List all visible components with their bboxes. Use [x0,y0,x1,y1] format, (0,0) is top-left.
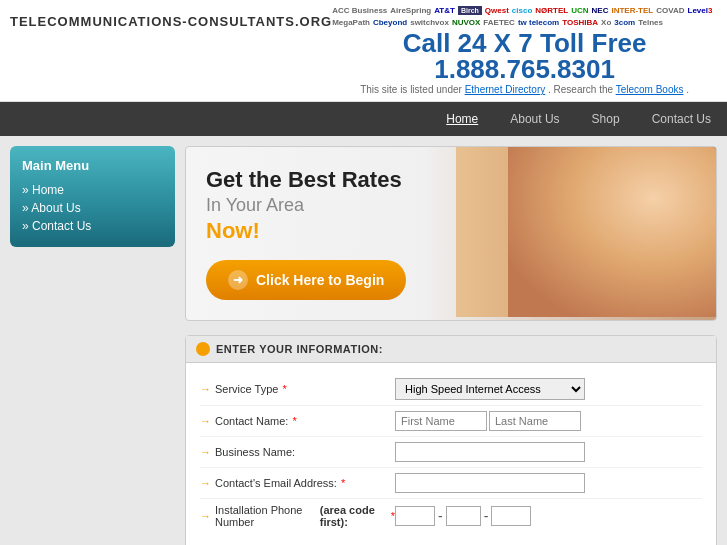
brand-att: AT&T [434,6,455,15]
banner-text: Get the Best Rates In Your Area Now! ➜ C… [186,147,456,320]
service-type-input: High Speed Internet Access Local Phone S… [395,378,702,400]
email-field[interactable] [395,473,585,493]
brand-toshiba: TOSHIBA [562,18,598,27]
toll-free: Call 24 X 7 Toll Free 1.888.765.8301 [332,30,717,82]
business-name-label-text: Business Name: [215,446,295,458]
service-type-select[interactable]: High Speed Internet Access Local Phone S… [395,378,585,400]
brand-faetec: FAETEC [483,18,515,27]
sidebar: Main Menu Home About Us Contact Us [10,146,175,545]
header: TELECOMMUNICATIONS-CONSULTANTS.ORG ACC B… [0,0,727,102]
business-name-label: → Business Name: [200,446,395,458]
name-fields [395,411,702,431]
main: Get the Best Rates In Your Area Now! ➜ C… [185,146,717,545]
contact-name-label-text: Contact Name: [215,415,288,427]
form-header: ENTER YOUR INFORMATION: [186,336,716,363]
sidebar-title: Main Menu [22,158,163,173]
brand-cisco: cisco [512,6,532,15]
phone-row: → Installation Phone Number (area code f… [200,499,702,533]
nav-home[interactable]: Home [430,108,494,130]
brand-cbeyond: Cbeyond [373,18,407,27]
site-links: This site is listed under Ethernet Direc… [332,84,717,95]
brand-acc: ACC Business [332,6,387,15]
phone-label: → Installation Phone Number (area code f… [200,504,395,528]
banner: Get the Best Rates In Your Area Now! ➜ C… [185,146,717,321]
arrow-icon-phone: → [200,510,211,522]
phone-note: (area code first): [320,504,387,528]
contact-name-row: → Contact Name: * [200,406,702,437]
cta-button[interactable]: ➜ Click Here to Begin [206,260,406,300]
email-row: → Contact's Email Address: * [200,468,702,499]
sidebar-link-home[interactable]: Home [22,181,163,199]
business-name-field[interactable] [395,442,585,462]
arrow-icon-contact: → [200,415,211,427]
header-top: TELECOMMUNICATIONS-CONSULTANTS.ORG ACC B… [10,6,717,95]
phone-fields: - - [395,506,702,526]
brand-3com: 3com [614,18,635,27]
phone-label-text: Installation Phone Number [215,504,316,528]
nav-about[interactable]: About Us [494,108,575,130]
service-type-required: * [282,383,286,395]
period: . [686,84,689,95]
sidebar-link-about[interactable]: About Us [22,199,163,217]
last-name-input[interactable] [489,411,581,431]
brand-megapath: MegaPath [332,18,370,27]
banner-subheading: In Your Area [206,195,436,216]
form-body: → Service Type * High Speed Internet Acc… [186,363,716,543]
phone-inputs: - - [395,506,702,526]
arrow-icon-business: → [200,446,211,458]
contact-name-label: → Contact Name: * [200,415,395,427]
brand-logos: ACC Business AireSpring AT&T Birch Qwest… [332,6,717,27]
business-name-row: → Business Name: [200,437,702,468]
banner-image [456,147,716,317]
brand-covad: COVAD [656,6,684,15]
email-required: * [341,477,345,489]
nav-contact[interactable]: Contact Us [636,108,727,130]
first-name-input[interactable] [395,411,487,431]
sidebar-box: Main Menu Home About Us Contact Us [10,146,175,247]
navbar: Home About Us Shop Contact Us [0,102,727,136]
sidebar-link-contact[interactable]: Contact Us [22,217,163,235]
ethernet-directory-link[interactable]: Ethernet Directory [465,84,546,95]
content: Main Menu Home About Us Contact Us Get t… [0,136,727,545]
phone-exchange-input[interactable] [446,506,481,526]
service-type-row: → Service Type * High Speed Internet Acc… [200,373,702,406]
banner-heading: Get the Best Rates [206,167,436,193]
contact-name-inputs [395,411,702,431]
cta-arrow-icon: ➜ [228,270,248,290]
brand-switchvox: switchvox [410,18,449,27]
brand-level3: Level3 [688,6,713,15]
email-label-text: Contact's Email Address: [215,477,337,489]
site-listed-text: This site is listed under [360,84,462,95]
email-input [395,473,702,493]
telecom-books-link[interactable]: Telecom Books [616,84,684,95]
nav-shop[interactable]: Shop [576,108,636,130]
brand-telnes: Telnes [638,18,663,27]
brand-xo: Xo [601,18,611,27]
logo-area: ACC Business AireSpring AT&T Birch Qwest… [332,6,717,95]
form-section: ENTER YOUR INFORMATION: → Service Type *… [185,335,717,545]
brand-qwest: Qwest [485,6,509,15]
banner-highlight: Now! [206,218,436,244]
arrow-icon-service: → [200,383,211,395]
form-header-icon [196,342,210,356]
brand-nortel: NØRTEL [535,6,568,15]
service-type-label: → Service Type * [200,383,395,395]
phone-sep2: - [484,508,489,524]
email-label: → Contact's Email Address: * [200,477,395,489]
form-header-text: ENTER YOUR INFORMATION: [216,343,383,355]
brand-ucn: UCN [571,6,588,15]
phone-number-input[interactable] [491,506,531,526]
research-text: . Research the [548,84,613,95]
brand-intertel: INTER-TEL [611,6,653,15]
arrow-icon-email: → [200,477,211,489]
brand-nec: NEC [592,6,609,15]
cta-label: Click Here to Begin [256,272,384,288]
service-type-label-text: Service Type [215,383,278,395]
contact-name-required: * [292,415,296,427]
phone-area-input[interactable] [395,506,435,526]
business-name-input [395,442,702,462]
brand-nuvox: NUVOX [452,18,480,27]
brand-twtelecom: tw telecom [518,18,559,27]
brand-airespring: AireSpring [390,6,431,15]
phone-sep1: - [438,508,443,524]
